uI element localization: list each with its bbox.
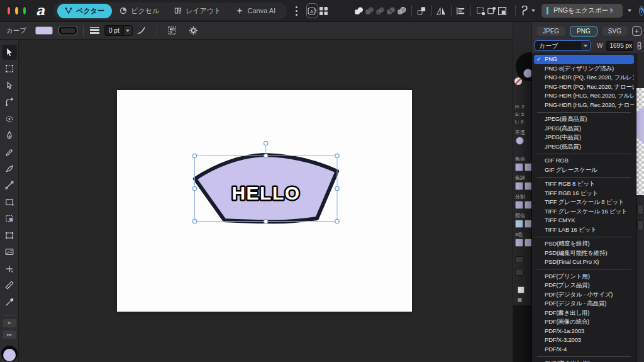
tab-pixel-persona[interactable]: ピクセル <box>112 4 167 18</box>
boolean-intersect-button[interactable] <box>375 3 386 18</box>
language-button[interactable]: A <box>306 3 318 18</box>
artboard[interactable] <box>117 90 412 312</box>
format-option[interactable]: GIF グレースケール <box>534 166 634 175</box>
help-button[interactable]: ? <box>639 6 644 16</box>
format-option[interactable]: PNG-HDR (PQ, Rec.2020, ナローレンジ) <box>534 82 634 92</box>
point-transform-tool[interactable] <box>2 111 17 127</box>
format-option[interactable]: JPEG(中品質) <box>534 133 634 142</box>
expand-tools-button[interactable]: » <box>3 319 16 327</box>
add-node-tool[interactable] <box>2 261 17 276</box>
stroke-width-field[interactable]: 0 pt <box>104 25 133 36</box>
snapping-button[interactable] <box>519 3 530 18</box>
format-option[interactable]: PDF/X-3:2003 <box>534 336 634 345</box>
settings-button[interactable] <box>187 25 200 37</box>
artboard-tool[interactable] <box>2 61 17 76</box>
scheme-swatch[interactable] <box>525 201 531 209</box>
preset-svg-button[interactable]: SVG <box>601 26 628 37</box>
format-option[interactable]: PNG-8(ディザリング済み) <box>534 64 634 74</box>
panel-tab-button[interactable] <box>515 269 524 276</box>
place-image-tool[interactable] <box>2 244 17 259</box>
shape-builder-tool[interactable] <box>2 211 17 226</box>
fill-gradient-tool[interactable] <box>2 178 17 193</box>
format-option[interactable]: PSD(Final Cut Pro X) <box>534 257 634 267</box>
format-option[interactable]: GIF RGB <box>534 156 634 166</box>
format-option[interactable]: ✓PNG <box>534 55 634 64</box>
flip-button[interactable] <box>436 3 447 18</box>
window-zoom-button[interactable] <box>23 7 26 14</box>
add-preset-button[interactable]: + <box>632 26 641 36</box>
format-select[interactable]: カーブ <box>535 40 591 51</box>
format-option[interactable]: PNG-HDR (HLG, Rec.2020, フルレンジ) <box>534 91 634 101</box>
opacity-swatch[interactable] <box>516 137 524 145</box>
scheme-swatch[interactable] <box>525 182 531 190</box>
export-options-chevron[interactable] <box>628 9 631 12</box>
format-option[interactable]: TIFF LAB 16 ビット <box>534 225 634 235</box>
value-stepper[interactable] <box>637 220 643 230</box>
panel-tab-button[interactable] <box>515 256 524 263</box>
layer-thumbnail[interactable] <box>518 286 525 293</box>
rectangle-tool[interactable] <box>2 195 17 210</box>
more-tools-button[interactable]: ••• <box>3 331 16 339</box>
width-field[interactable]: 1695 px <box>606 41 634 51</box>
stroke-width-chevron[interactable] <box>123 26 132 35</box>
format-option[interactable]: PDF/X-4 <box>534 345 634 354</box>
snap-to-point-toggle[interactable] <box>486 3 497 18</box>
pressure-profile-button[interactable] <box>135 25 148 37</box>
format-option[interactable]: PSD(精度を維持) <box>534 239 634 249</box>
transform-objects-toggle[interactable] <box>475 3 486 18</box>
format-select-chevron[interactable] <box>581 42 589 50</box>
scheme-swatch[interactable] <box>515 163 523 171</box>
snapping-options-chevron[interactable] <box>531 9 535 12</box>
format-option[interactable]: PDF(プリント用) <box>534 272 634 281</box>
boolean-add-button[interactable] <box>353 3 364 18</box>
scheme-swatch[interactable] <box>525 239 531 247</box>
pencil-tool[interactable] <box>2 145 17 160</box>
preset-png-button[interactable]: PNG <box>570 26 597 37</box>
format-option[interactable]: PDF(書き出し用) <box>534 308 634 318</box>
value-stepper[interactable] <box>637 205 643 215</box>
format-option[interactable]: JPEG(高品質) <box>534 124 634 133</box>
scheme-swatch[interactable] <box>515 220 523 228</box>
color-picker-tool[interactable] <box>2 295 17 310</box>
no-fill-swatch[interactable] <box>514 77 522 85</box>
boolean-divide-button[interactable] <box>396 3 407 18</box>
scheme-swatch[interactable] <box>515 182 523 190</box>
tab-canva-ai[interactable]: Canva AI <box>228 4 283 18</box>
fill-color-swatch[interactable] <box>35 26 53 35</box>
format-option[interactable]: PDF/X-1a:2003 <box>534 327 634 336</box>
boolean-subtract-button[interactable] <box>364 3 375 18</box>
stroke-color-swatch[interactable] <box>59 26 77 35</box>
format-option[interactable]: TIFF RGB 8 ビット <box>534 179 634 189</box>
format-option[interactable]: JPEG(低品質) <box>534 142 634 152</box>
format-option[interactable]: PDF(デジタル - 小サイズ) <box>534 290 634 300</box>
node-tool[interactable] <box>2 78 17 93</box>
more-personas-menu[interactable] <box>293 4 300 18</box>
move-tool[interactable] <box>2 45 17 60</box>
tab-vector-persona[interactable]: ベクター <box>57 4 112 18</box>
format-option[interactable]: JPEG(最高品質) <box>534 115 634 124</box>
align-button[interactable] <box>455 3 466 18</box>
format-option[interactable]: PDF(デジタル - 高品質) <box>534 299 634 308</box>
isolate-button[interactable] <box>166 25 179 37</box>
vector-brush-tool[interactable] <box>2 161 17 176</box>
export-button[interactable]: PNGをエクスポート <box>541 4 623 18</box>
transform-box-toggle[interactable] <box>497 3 508 18</box>
active-color-swatch[interactable] <box>523 69 531 78</box>
window-close-button[interactable] <box>8 7 10 14</box>
scheme-swatch[interactable] <box>525 220 531 228</box>
lock-aspect-button[interactable] <box>636 41 643 50</box>
format-option[interactable]: SVG(書き出し用) <box>534 359 634 362</box>
duplicate-button[interactable] <box>416 3 427 18</box>
pen-tool[interactable] <box>2 128 17 143</box>
format-option[interactable]: PDF(画像の統合) <box>534 317 634 327</box>
apps-grid-button[interactable] <box>318 3 329 18</box>
layer-thumbnail[interactable] <box>518 298 522 302</box>
scheme-swatch[interactable] <box>515 239 523 247</box>
format-option[interactable]: TIFF グレースケール 8 ビット <box>534 198 634 207</box>
format-option[interactable]: TIFF RGB 16 ビット <box>534 189 634 198</box>
measure-tool[interactable] <box>2 278 17 293</box>
scheme-swatch[interactable] <box>525 163 531 171</box>
format-option[interactable]: PSD(編集可能性を維持) <box>534 249 634 258</box>
stroke-style-icon[interactable] <box>90 27 99 35</box>
mesh-warp-tool[interactable] <box>2 228 17 243</box>
